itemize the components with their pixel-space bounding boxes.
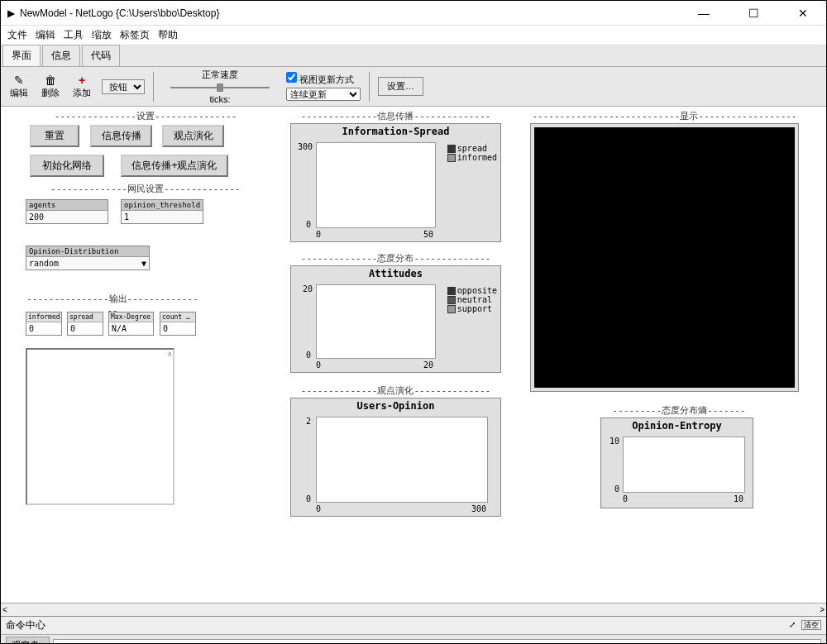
monitor-informed: informed0 <box>26 312 62 336</box>
scroll-left-icon[interactable]: < <box>2 605 7 614</box>
world-view-canvas[interactable] <box>534 127 795 388</box>
plus-icon: + <box>79 74 85 87</box>
plot-information-spread: Information-Spread 300 0 0 50 spread inf… <box>290 123 501 242</box>
section-attitude-label: --------------态度分布-------------- <box>290 252 501 265</box>
view-update-select[interactable]: 连续更新 <box>286 88 361 101</box>
opinion-threshold-input[interactable]: opinion_threshold 1 <box>121 199 203 224</box>
minimize-button[interactable]: — <box>687 7 720 20</box>
plot-users-opinion: Users-Opinion 2 0 0 300 <box>290 398 501 517</box>
toolbar-separator <box>153 72 154 102</box>
close-button[interactable]: ✕ <box>786 7 820 20</box>
toolbar-delete-button[interactable]: 🗑 删除 <box>39 74 62 99</box>
expand-icon[interactable]: ⤢ <box>789 620 796 629</box>
opinion-evo-button[interactable]: 观点演化 <box>162 125 224 147</box>
section-settings-label: ---------------设置--------------- <box>26 110 265 122</box>
command-center-title: 命令中心 <box>6 618 45 632</box>
toolbar-edit-button[interactable]: ✎ 编辑 <box>7 74 31 99</box>
plot-entropy: Opinion-Entropy 10 0 0 10 <box>600 417 753 508</box>
chevron-down-icon: ▼ <box>141 259 146 268</box>
menu-file[interactable]: 文件 <box>7 28 27 42</box>
tab-code[interactable]: 代码 <box>82 45 120 66</box>
pencil-icon: ✎ <box>14 74 24 87</box>
menu-tabs[interactable]: 标签页 <box>120 28 150 42</box>
menu-help[interactable]: 帮助 <box>158 28 178 42</box>
app-icon: ▶ <box>7 7 15 19</box>
view-update-checkbox[interactable]: 视图更新方式 <box>286 72 361 86</box>
monitor-count: count …0 <box>160 312 196 336</box>
menu-bar: 文件 编辑 工具 缩放 标签页 帮助 <box>1 26 826 45</box>
section-entropy-label: ---------态度分布熵------- <box>605 404 753 417</box>
menu-edit[interactable]: 编辑 <box>36 28 55 42</box>
toolbar-separator-2 <box>369 72 370 102</box>
speed-control: 正常速度 ticks: <box>162 69 278 104</box>
plot-attitudes: Attitudes 20 0 0 20 opposite neutral sup… <box>290 265 501 373</box>
workspace[interactable]: ---------------设置--------------- 重置 信息传播… <box>1 107 826 603</box>
speed-slider[interactable] <box>170 83 270 93</box>
monitor-max-degree: Max-DegreeN/A <box>108 312 154 336</box>
horizontal-scrollbar[interactable]: < > <box>1 603 826 616</box>
scroll-right-icon[interactable]: > <box>820 605 825 614</box>
section-netizen-label: --------------网民设置-------------- <box>26 183 265 195</box>
section-opinion-evo-label: --------------观点演化-------------- <box>290 384 501 397</box>
reset-button[interactable]: 重置 <box>30 125 79 147</box>
toolbar-widget-select[interactable]: 按钮 <box>102 79 145 94</box>
tab-bar: 界面 信息 代码 <box>1 45 826 67</box>
init-network-button[interactable]: 初始化网络 <box>30 155 104 177</box>
section-info-spread-label: --------------信息传播-------------- <box>290 110 501 122</box>
output-box[interactable]: ∧ <box>26 348 174 505</box>
toolbar-add-button[interactable]: + 添加 <box>70 74 93 99</box>
maximize-button[interactable]: ☐ <box>737 7 770 20</box>
menu-zoom[interactable]: 缩放 <box>92 28 112 42</box>
settings-button[interactable]: 设置… <box>378 77 423 96</box>
menu-tools[interactable]: 工具 <box>64 28 84 42</box>
info-spread-button[interactable]: 信息传播 <box>90 125 152 147</box>
ticks-label: ticks: <box>209 94 230 104</box>
view-box[interactable] <box>530 123 799 392</box>
tab-interface[interactable]: 界面 <box>2 45 41 66</box>
clear-button[interactable]: 清空 <box>801 620 821 630</box>
window-title: NewModel - NetLogo {C:\Users\bbo\Desktop… <box>20 7 687 19</box>
toolbar: ✎ 编辑 🗑 删除 + 添加 按钮 正常速度 ticks: 视图更新方式 连续更… <box>1 67 826 107</box>
trash-icon: 🗑 <box>45 74 56 87</box>
tab-info[interactable]: 信息 <box>42 45 80 66</box>
opinion-distribution-chooser[interactable]: Opinion-Distribution random▼ <box>26 246 150 270</box>
command-center: 命令中心 ⤢ 清空 观察者> <box>1 616 826 644</box>
title-bar: ▶ NewModel - NetLogo {C:\Users\bbo\Deskt… <box>1 1 826 26</box>
agents-input[interactable]: agents 200 <box>26 199 108 224</box>
combo-button[interactable]: 信息传播+观点演化 <box>121 155 228 177</box>
observer-chooser[interactable]: 观察者> <box>6 637 50 644</box>
command-input[interactable] <box>53 639 821 645</box>
monitor-spread: spread0 <box>67 312 103 336</box>
speed-label: 正常速度 <box>202 69 238 81</box>
